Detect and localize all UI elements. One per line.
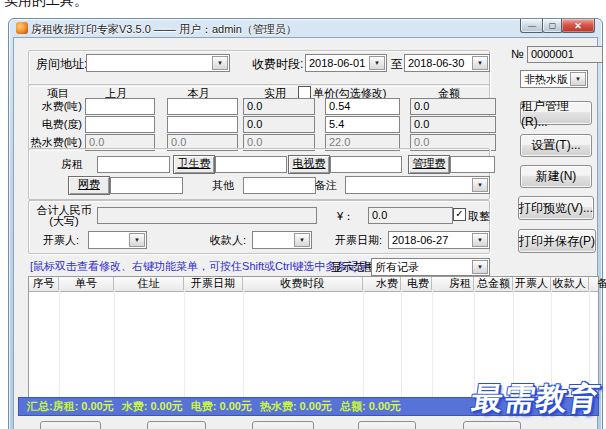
minimize-button[interactable]: — bbox=[520, 19, 544, 33]
other-input[interactable] bbox=[243, 177, 316, 194]
title-bar[interactable]: 房租收据打印专家V3.5.0 —— 用户：admin（管理员） — ▢ ✕ bbox=[9, 19, 602, 37]
screen: 实用的工具。 房租收据打印专家V3.5.0 —— 用户：admin（管理员） —… bbox=[0, 0, 606, 429]
period-label: 收费时段: bbox=[252, 58, 303, 71]
column-header-5[interactable]: 收费时段 bbox=[243, 277, 363, 290]
electric-usage-field: 0.0 bbox=[243, 116, 315, 133]
summary-item-2: 水费:0.00元 bbox=[122, 399, 183, 414]
chevron-down-icon: ▼ bbox=[575, 76, 581, 82]
water-this-input[interactable] bbox=[167, 98, 238, 115]
version-combo[interactable]: 非热水版 ▼ bbox=[520, 70, 588, 88]
close-button[interactable]: ✕ bbox=[561, 19, 595, 33]
new-button[interactable]: 新建(N) bbox=[520, 165, 592, 188]
window-title: 房租收据打印专家V3.5.0 —— 用户：admin（管理员） bbox=[31, 22, 297, 37]
app-icon bbox=[16, 22, 28, 34]
table-gridline bbox=[114, 291, 115, 397]
column-header-1[interactable]: 序号 bbox=[29, 277, 59, 290]
period-from-combo[interactable]: 2018-06-01 ▼ bbox=[305, 54, 387, 72]
column-header-6[interactable]: 水费 bbox=[363, 277, 401, 290]
scope-combo[interactable]: 所有记录 ▼ bbox=[371, 258, 490, 276]
period-to-value: 2018-06-30 bbox=[408, 57, 473, 69]
electric-price-field[interactable]: 5.4 bbox=[325, 116, 400, 133]
water-last-input[interactable] bbox=[85, 98, 155, 115]
electric-this-input[interactable] bbox=[167, 116, 238, 133]
sanitation-fee-button[interactable]: 卫生费 bbox=[173, 155, 215, 174]
dropdown-button[interactable]: ▼ bbox=[212, 56, 228, 70]
rent-input[interactable] bbox=[97, 156, 170, 173]
scope-value: 所有记录 bbox=[375, 261, 473, 273]
column-header-7[interactable]: 电费 bbox=[401, 277, 432, 290]
tv-fee-button[interactable]: 电视费 bbox=[288, 155, 330, 174]
total-caps-label: 合计人民币 (大写) bbox=[34, 205, 94, 227]
dropdown-button[interactable]: ▼ bbox=[472, 56, 488, 70]
dropdown-button[interactable]: ▼ bbox=[472, 260, 488, 274]
close-icon: ✕ bbox=[574, 22, 582, 30]
total-caps-line2: (大写) bbox=[49, 215, 78, 227]
tenant-manage-button[interactable]: 租户管理(R)... bbox=[520, 101, 592, 125]
dropdown-button[interactable]: ▼ bbox=[294, 233, 310, 247]
maximize-icon: ▢ bbox=[549, 22, 557, 30]
rent-label: 房租 bbox=[61, 158, 83, 171]
col-item-header: 项目 bbox=[40, 87, 76, 100]
water-price-field[interactable]: 0.54 bbox=[325, 98, 400, 115]
invoice-date-value: 2018-06-27 bbox=[392, 234, 473, 246]
management-fee-button[interactable]: 管理费 bbox=[408, 155, 450, 174]
management-input[interactable] bbox=[450, 156, 495, 173]
bottom-button-5[interactable] bbox=[463, 421, 521, 429]
table-gridline bbox=[363, 291, 364, 397]
room-address-label: 房间地址: bbox=[36, 58, 87, 71]
bottom-button-1[interactable] bbox=[40, 421, 101, 429]
chevron-down-icon: ▼ bbox=[374, 60, 380, 66]
issuer-combo[interactable]: ▼ bbox=[88, 231, 147, 249]
tv-input[interactable] bbox=[330, 156, 402, 173]
print-preview-button[interactable]: 打印预览(V)... bbox=[518, 196, 594, 220]
column-header-4[interactable]: 开票日期 bbox=[184, 277, 243, 290]
bottom-button-4[interactable] bbox=[358, 421, 416, 429]
table-gridline bbox=[432, 291, 433, 397]
payee-label: 收款人: bbox=[210, 234, 246, 247]
summary-item-1: 汇总:房租:0.00元 bbox=[27, 399, 114, 414]
internet-input[interactable] bbox=[110, 177, 183, 194]
invoice-date-combo[interactable]: 2018-06-27 ▼ bbox=[388, 231, 490, 249]
invoice-date-label: 开票日期: bbox=[335, 234, 382, 247]
dropdown-button[interactable]: ▼ bbox=[369, 56, 385, 70]
column-header-2[interactable]: 单号 bbox=[59, 277, 114, 290]
internet-fee-button[interactable]: 网费 bbox=[68, 176, 110, 195]
period-from-value: 2018-06-01 bbox=[309, 57, 370, 69]
column-header-8[interactable]: 房租 bbox=[432, 277, 474, 290]
maximize-button[interactable]: ▢ bbox=[542, 19, 563, 33]
yuan-field: 0.0 bbox=[368, 207, 453, 224]
yuan-label: ¥： bbox=[337, 210, 354, 223]
remark-combo[interactable]: ▼ bbox=[345, 176, 490, 194]
table-gridline bbox=[184, 291, 185, 397]
receipt-number-field: 0000001 bbox=[527, 46, 603, 63]
dropdown-button[interactable]: ▼ bbox=[570, 72, 586, 86]
issuer-label: 开票人: bbox=[43, 234, 79, 247]
page-caption: 实用的工具。 bbox=[4, 0, 88, 10]
payee-combo[interactable]: ▼ bbox=[252, 231, 312, 249]
bottom-button-2[interactable] bbox=[147, 421, 206, 429]
sanitation-input[interactable] bbox=[215, 156, 287, 173]
round-checkbox[interactable]: ✓ bbox=[453, 208, 466, 221]
table-gridline bbox=[243, 291, 244, 397]
records-table-header[interactable]: 序号单号住址开票日期收费时段水费电费房租总金额开票人收款人备注 bbox=[29, 277, 598, 292]
column-header-3[interactable]: 住址 bbox=[114, 277, 184, 290]
chevron-down-icon: ▼ bbox=[477, 60, 483, 66]
electric-last-input[interactable] bbox=[85, 116, 155, 133]
print-save-button[interactable]: 打印并保存(P) bbox=[518, 229, 596, 253]
settings-button[interactable]: 设置(T)... bbox=[520, 134, 592, 157]
column-header-9[interactable]: 总金额 bbox=[474, 277, 513, 290]
dropdown-button[interactable]: ▼ bbox=[472, 178, 488, 192]
column-header-11[interactable]: 收款人 bbox=[551, 277, 589, 290]
period-to-combo[interactable]: 2018-06-30 ▼ bbox=[404, 54, 490, 72]
table-gridline bbox=[59, 291, 60, 397]
column-header-12[interactable]: 备注 bbox=[589, 277, 606, 290]
chevron-down-icon: ▼ bbox=[299, 237, 305, 243]
dropdown-button[interactable]: ▼ bbox=[129, 233, 145, 247]
dropdown-button[interactable]: ▼ bbox=[472, 233, 488, 247]
bottom-button-3[interactable] bbox=[252, 421, 314, 429]
room-address-combo[interactable]: ▼ bbox=[86, 54, 230, 72]
chevron-down-icon: ▼ bbox=[217, 60, 223, 66]
column-header-10[interactable]: 开票人 bbox=[513, 277, 551, 290]
electric-row-label: 电费(度) bbox=[30, 118, 82, 131]
summary-item-5: 总额:0.00元 bbox=[340, 399, 401, 414]
